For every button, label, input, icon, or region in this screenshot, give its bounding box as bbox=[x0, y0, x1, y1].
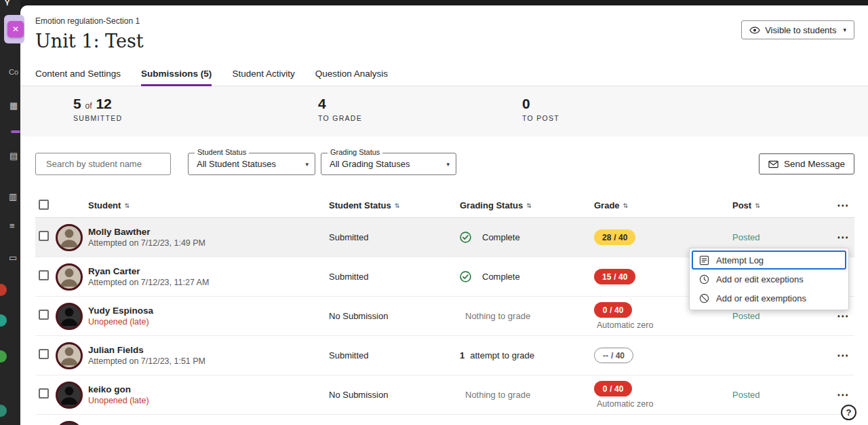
grading-status-cell: Nothing to grade bbox=[460, 311, 580, 321]
table-header: Student⇅ Student Status⇅ Grading Status⇅… bbox=[35, 193, 854, 218]
help-button[interactable]: ? bbox=[841, 405, 856, 420]
grade-value: 0 bbox=[603, 306, 608, 315]
sort-icon: ⇅ bbox=[755, 202, 760, 209]
grade-pill[interactable]: 0/ 40 bbox=[594, 302, 632, 318]
stat-label: SUBMITTED bbox=[73, 114, 122, 122]
grading-status-filter-value: All Grading Statuses bbox=[330, 159, 410, 169]
menu-item-add-exemptions[interactable]: Add or edit exemptions bbox=[692, 289, 846, 308]
post-cell[interactable]: Posted bbox=[698, 390, 807, 400]
row-overflow-button[interactable]: ⋯ bbox=[837, 389, 849, 401]
rail-list-icon[interactable]: ▤ bbox=[9, 151, 18, 161]
rail-grid-icon[interactable]: ▦ bbox=[9, 100, 18, 111]
stat-label: TO GRADE bbox=[318, 114, 362, 122]
grading-status-filter[interactable]: Grading Status All Grading Statuses ▾ bbox=[321, 153, 456, 175]
breadcrumb: Emotion regulation-Section 1 bbox=[35, 16, 854, 26]
stat-label: TO POST bbox=[522, 114, 559, 122]
row-overflow-button[interactable]: ⋯ bbox=[837, 310, 849, 322]
person-silhouette-icon bbox=[58, 303, 81, 328]
rail-bottom-badge bbox=[0, 405, 7, 417]
person-silhouette-icon bbox=[58, 382, 81, 407]
column-header-grading-status[interactable]: Grading Status⇅ bbox=[460, 200, 532, 210]
table-row: 0/ 40 ⋯ bbox=[35, 415, 854, 425]
grade-value: 28 bbox=[602, 233, 611, 242]
search-input[interactable] bbox=[46, 159, 165, 169]
avatar bbox=[56, 342, 83, 369]
student-name[interactable]: keiko gon bbox=[88, 384, 329, 394]
visibility-button[interactable]: Visible to students ▾ bbox=[741, 20, 854, 39]
grade-pill[interactable]: 15/ 40 bbox=[594, 269, 635, 284]
row-checkbox[interactable] bbox=[39, 310, 49, 320]
rail-book-icon[interactable]: ▥ bbox=[9, 191, 17, 202]
student-status-filter[interactable]: Student Status All Student Statuses ▾ bbox=[188, 153, 315, 175]
grade-value: 15 bbox=[602, 272, 611, 282]
grading-label: attempt to grade bbox=[470, 350, 534, 361]
grade-value: -- bbox=[603, 351, 608, 361]
person-silhouette-icon bbox=[58, 343, 81, 367]
column-header-post[interactable]: Post⇅ bbox=[732, 200, 760, 210]
sort-icon: ⇅ bbox=[395, 202, 400, 209]
row-checkbox[interactable] bbox=[39, 388, 49, 399]
rail-green-badge bbox=[0, 350, 7, 363]
visibility-label: Visible to students bbox=[765, 25, 836, 35]
close-panel-button[interactable]: ✕ bbox=[7, 21, 24, 37]
row-checkbox[interactable] bbox=[39, 231, 49, 241]
post-cell[interactable]: Posted bbox=[698, 232, 807, 242]
person-silhouette-icon bbox=[58, 422, 81, 425]
tab-student-activity[interactable]: Student Activity bbox=[232, 61, 294, 86]
rail-menu-icon[interactable]: ≡ bbox=[9, 221, 15, 231]
sort-icon: ⇅ bbox=[124, 202, 130, 209]
student-subtext: Attempted on 7/12/23, 1:51 PM bbox=[88, 356, 329, 366]
rail-doc-icon[interactable]: ▭ bbox=[9, 253, 17, 263]
grade-pill[interactable]: 0/ 40 bbox=[594, 381, 632, 396]
student-subtext: Attempted on 7/12/23, 11:27 AM bbox=[88, 278, 329, 287]
tab-submissions[interactable]: Submissions (5) bbox=[141, 61, 212, 86]
grade-max: / 40 bbox=[614, 272, 627, 282]
clock-icon bbox=[699, 274, 709, 284]
mail-icon bbox=[768, 160, 778, 168]
student-subtext: Attempted on 7/12/23, 1:49 PM bbox=[88, 238, 329, 248]
person-silhouette-icon bbox=[58, 225, 81, 249]
row-checkbox[interactable] bbox=[39, 349, 49, 359]
close-icon: ✕ bbox=[12, 24, 19, 34]
tab-question-analysis[interactable]: Question Analysis bbox=[315, 61, 388, 86]
send-message-button[interactable]: Send Message bbox=[759, 153, 854, 174]
rail-divider bbox=[11, 130, 20, 133]
row-overflow-button[interactable]: ⋯ bbox=[837, 232, 849, 243]
grade-pill[interactable]: --/ 40 bbox=[594, 348, 633, 363]
row-checkbox[interactable] bbox=[39, 270, 49, 280]
student-status-cell: Submitted bbox=[329, 272, 460, 282]
menu-item-attempt-log[interactable]: Attempt Log bbox=[692, 251, 846, 270]
chevron-down-icon: ▾ bbox=[305, 161, 309, 168]
grade-max: / 40 bbox=[610, 306, 623, 315]
column-header-student[interactable]: Student⇅ bbox=[88, 200, 130, 210]
student-name[interactable]: Yudy Espinosa bbox=[88, 306, 329, 316]
row-context-menu: Attempt Log Add or edit exceptions Add o… bbox=[689, 248, 849, 310]
post-cell[interactable]: Posted bbox=[698, 311, 807, 321]
grade-max: / 40 bbox=[611, 351, 625, 361]
header-overflow-button[interactable]: ⋯ bbox=[837, 200, 849, 211]
header-checkbox[interactable] bbox=[39, 200, 49, 210]
row-overflow-button[interactable]: ⋯ bbox=[837, 350, 849, 361]
student-name[interactable]: Molly Bawther bbox=[88, 227, 329, 237]
student-name[interactable]: Julian Fields bbox=[88, 345, 329, 355]
stat-value: 5 bbox=[73, 96, 81, 111]
menu-item-add-exceptions[interactable]: Add or edit exceptions bbox=[692, 270, 846, 289]
avatar bbox=[56, 303, 83, 330]
grade-pill[interactable]: 28/ 40 bbox=[594, 229, 635, 245]
grading-label: Complete bbox=[482, 272, 520, 282]
grading-status-cell: Nothing to grade bbox=[460, 390, 580, 400]
column-header-grade[interactable]: Grade⇅ bbox=[594, 200, 628, 210]
page: Y Co ▦ ▤ ▥ ≡ ▭ ✕ Emotion regulation-Sect… bbox=[0, 0, 868, 425]
student-name[interactable]: Ryan Carter bbox=[88, 266, 329, 276]
rail-red-badge bbox=[0, 284, 7, 296]
grading-label: Nothing to grade bbox=[465, 311, 530, 321]
grading-status-cell: 1 attempt to grade bbox=[460, 350, 580, 361]
avatar bbox=[56, 263, 83, 291]
grade-value: 0 bbox=[603, 384, 608, 394]
complete-check-icon bbox=[460, 232, 471, 243]
column-header-student-status[interactable]: Student Status⇅ bbox=[329, 200, 399, 210]
rail-text-top: Y bbox=[5, 0, 9, 7]
grading-status-filter-label: Grading Status bbox=[328, 148, 382, 156]
student-status-cell: Submitted bbox=[329, 350, 460, 361]
tab-content-and-settings[interactable]: Content and Settings bbox=[35, 61, 121, 86]
